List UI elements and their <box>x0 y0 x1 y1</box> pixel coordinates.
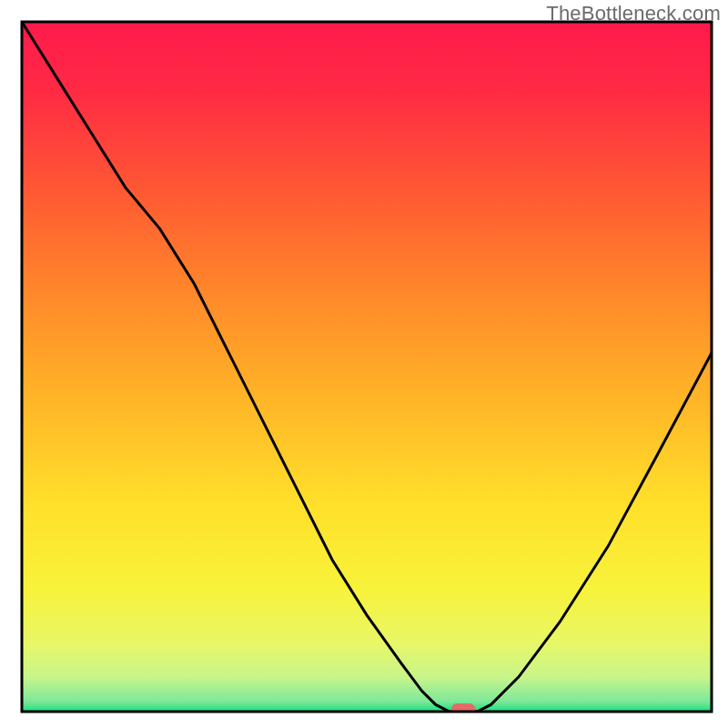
watermark-text: TheBottleneck.com <box>546 2 721 25</box>
chart-svg <box>0 0 728 728</box>
gradient-background <box>22 22 712 712</box>
bottleneck-chart: TheBottleneck.com <box>0 0 728 728</box>
optimal-marker <box>451 703 475 716</box>
